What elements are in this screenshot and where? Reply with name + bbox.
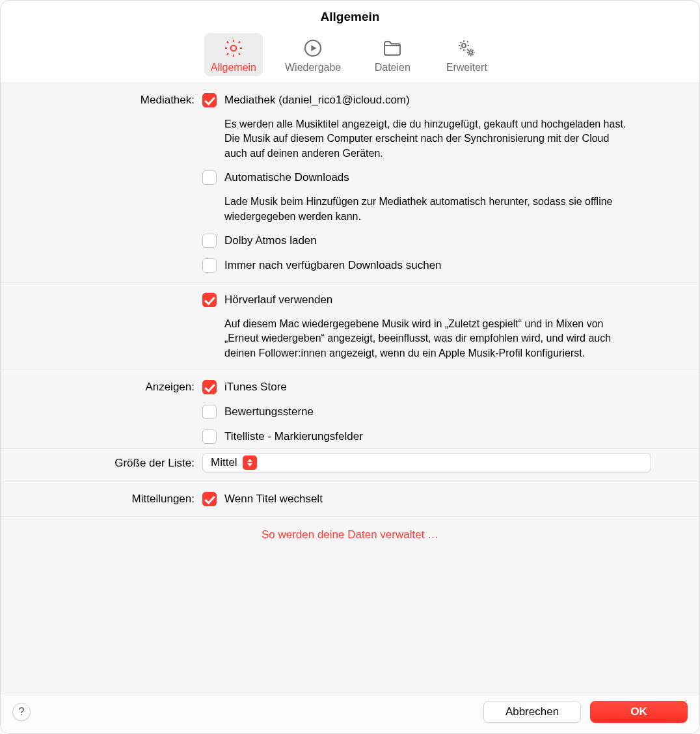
tab-label: Allgemein (211, 62, 256, 74)
select-value: Mittel (211, 456, 237, 469)
checkbox-song-change-notification[interactable] (202, 492, 217, 506)
checkbox-label: Immer nach verfügbaren Downloads suchen (224, 258, 442, 273)
checkbox-dolby-atmos[interactable] (202, 234, 217, 248)
help-button[interactable]: ? (12, 703, 31, 721)
library-sync-description: Es werden alle Musiktitel angezeigt, die… (202, 117, 632, 161)
checkbox-label: Wenn Titel wechselt (224, 491, 323, 507)
checkbox-label: iTunes Store (224, 379, 287, 395)
use-history-description: Auf diesem Mac wiedergegebene Musik wird… (202, 317, 632, 360)
tab-label: Erweitert (446, 62, 487, 74)
question-mark-icon: ? (18, 705, 24, 718)
auto-downloads-description: Lade Musik beim Hinzufügen zur Mediathek… (202, 195, 632, 224)
list-size-select[interactable]: Mittel (202, 453, 651, 472)
checkbox-label: Automatische Downloads (224, 170, 349, 185)
toolbar-tabs: Allgemein Wiedergabe Dateien Erweitert (1, 29, 699, 83)
checkbox-library-sync[interactable] (202, 93, 217, 107)
checkbox-label: Bewertungssterne (224, 404, 314, 420)
section-label-library: Mediathek: (33, 92, 202, 273)
tab-label: Dateien (375, 62, 411, 74)
gear-icon (222, 37, 245, 59)
ok-button[interactable]: OK (590, 701, 688, 723)
play-circle-icon (302, 37, 324, 59)
section-label-notifications: Mitteilungen: (33, 491, 202, 507)
checkbox-songlist-checkboxes[interactable] (202, 429, 217, 444)
content-pane: Mediathek: Mediathek (daniel_rico1@iclou… (1, 83, 699, 694)
checkbox-itunes-store[interactable] (202, 380, 217, 394)
svg-point-3 (470, 51, 473, 54)
checkbox-auto-downloads[interactable] (202, 170, 217, 185)
checkbox-check-downloads[interactable] (202, 258, 217, 273)
section-label-list-size: Größe der Liste: (33, 453, 202, 472)
svg-point-0 (231, 46, 237, 51)
tab-advanced[interactable]: Erweitert (437, 33, 496, 76)
checkbox-use-history[interactable] (202, 293, 217, 307)
checkbox-label: Mediathek (daniel_rico1@icloud.com) (224, 92, 410, 108)
folder-icon (381, 37, 403, 59)
checkbox-label: Titelliste - Markierungsfelder (224, 429, 363, 444)
checkbox-star-ratings[interactable] (202, 405, 217, 419)
tab-files[interactable]: Dateien (363, 33, 422, 76)
window-title: Allgemein (1, 1, 699, 29)
preferences-window: Allgemein Allgemein Wiedergabe Dateien E… (0, 0, 700, 734)
svg-point-2 (462, 44, 466, 48)
privacy-link[interactable]: So werden deine Daten verwaltet … (262, 528, 438, 541)
tab-general[interactable]: Allgemein (204, 33, 263, 76)
section-label-show: Anzeigen: (33, 379, 202, 444)
footer: ? Abbrechen OK (1, 694, 699, 733)
select-stepper-icon (243, 455, 257, 470)
checkbox-label: Hörverlauf verwenden (224, 292, 332, 308)
checkbox-label: Dolby Atmos laden (224, 233, 317, 249)
double-gear-icon (455, 37, 478, 59)
tab-playback[interactable]: Wiedergabe (278, 33, 347, 76)
tab-label: Wiedergabe (285, 62, 341, 74)
cancel-button[interactable]: Abbrechen (483, 701, 581, 723)
